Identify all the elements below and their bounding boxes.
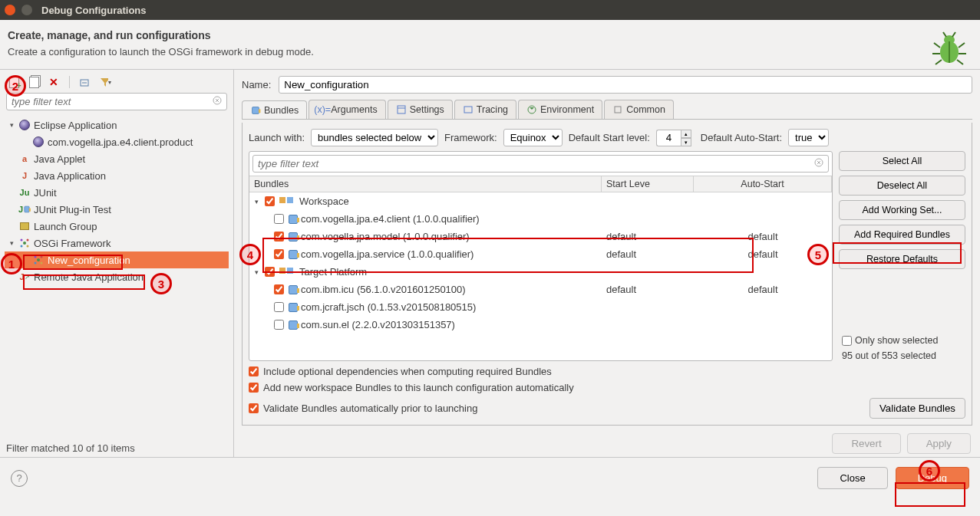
bundle-checkbox[interactable]: [274, 249, 284, 259]
help-button[interactable]: ?: [11, 470, 28, 487]
bundle-label: com.vogella.jpa.model (1.0.0.qualifier): [301, 231, 470, 242]
bundle-checkbox[interactable]: [265, 267, 275, 277]
bundle-row[interactable]: com.vogella.jpa.model (1.0.0.qualifier)d…: [249, 228, 832, 245]
bundle-table[interactable]: Bundles Start Leve Auto-Start ▾Workspace…: [249, 176, 832, 360]
config-detail-pane: Name: Bundles(x)=ArgumentsSettingsTracin…: [234, 70, 980, 457]
start-level-cell[interactable]: default: [602, 231, 694, 242]
tab-environment[interactable]: Environment: [518, 100, 602, 119]
bundle-row[interactable]: com.jcraft.jsch (0.1.53.v201508180515): [249, 298, 832, 316]
debug-button[interactable]: Debug: [896, 467, 969, 489]
expander-icon[interactable]: ▾: [8, 121, 15, 129]
col-bundles[interactable]: Bundles: [249, 176, 602, 192]
apply-button[interactable]: Apply: [907, 433, 971, 454]
bundle-row[interactable]: com.vogella.jpa.e4.client (1.0.0.qualifi…: [249, 210, 832, 228]
tab-icon: [250, 105, 261, 116]
add-new-workspace-check[interactable]: Add new workspace Bundles to this launch…: [249, 382, 965, 393]
revert-button[interactable]: Revert: [832, 433, 900, 454]
tree-item[interactable]: JuJUnit: [5, 184, 229, 201]
bundle-group-row[interactable]: ▾Target Platform: [249, 263, 832, 281]
svg-rect-20: [615, 107, 621, 113]
tree-item-label: Remote Java Application: [34, 271, 144, 283]
tree-item[interactable]: aJava Applet: [5, 150, 229, 167]
spin-up[interactable]: ▴: [681, 130, 691, 138]
tree-item[interactable]: ▾OSGi Framework: [5, 235, 229, 251]
tab-bundles[interactable]: Bundles: [242, 100, 307, 120]
tab-arguments[interactable]: (x)=Arguments: [309, 100, 385, 119]
auto-start-cell[interactable]: default: [694, 284, 832, 295]
config-filter[interactable]: [6, 93, 227, 110]
bundle-row[interactable]: com.vogella.jpa.service (1.0.0.qualifier…: [249, 245, 832, 263]
col-auto-start[interactable]: Auto-Start: [694, 176, 832, 192]
bundle-table-container: Bundles Start Leve Auto-Start ▾Workspace…: [249, 151, 833, 361]
tree-item[interactable]: JJava Application: [5, 167, 229, 184]
auto-start-cell[interactable]: default: [694, 248, 832, 260]
filter-dropdown-button[interactable]: ▾: [99, 76, 111, 88]
bundle-group-row[interactable]: ▾Workspace: [249, 192, 832, 210]
config-tree[interactable]: ▾Eclipse Applicationcom.vogella.jpa.e4.c…: [5, 115, 229, 439]
config-filter-input[interactable]: [6, 93, 227, 110]
bundle-filter-clear-icon[interactable]: [813, 157, 824, 170]
tab-common[interactable]: Common: [604, 100, 674, 119]
tab-icon: (x)=: [317, 104, 328, 115]
col-start-level[interactable]: Start Leve: [602, 176, 694, 192]
only-show-selected-check[interactable]: Only show selected: [839, 335, 965, 346]
framework-select[interactable]: Equinox: [503, 129, 563, 146]
bundle-checkbox[interactable]: [274, 320, 284, 330]
bundle-row[interactable]: com.ibm.icu (56.1.0.v201601250100)defaul…: [249, 281, 832, 298]
select-all-button[interactable]: Select All: [839, 151, 965, 171]
plugin-icon: [289, 215, 298, 224]
duplicate-config-button[interactable]: [28, 76, 40, 88]
tab-label: Tracing: [477, 104, 508, 115]
tab-icon: [526, 104, 537, 115]
restore-defaults-button[interactable]: Restore Defaults: [839, 249, 965, 269]
svg-point-14: [35, 262, 37, 265]
deselect-all-button[interactable]: Deselect All: [839, 176, 965, 196]
bundle-filter-input[interactable]: [252, 155, 829, 173]
default-auto-select[interactable]: true: [788, 129, 829, 146]
window-close-icon[interactable]: [5, 5, 15, 15]
validate-bundles-button[interactable]: Validate Bundles: [869, 398, 965, 419]
start-level-cell[interactable]: default: [602, 284, 694, 295]
tree-item[interactable]: Launch Group: [5, 218, 229, 235]
tree-item-label: com.vogella.jpa.e4.client.product: [48, 136, 193, 148]
delete-config-button[interactable]: ✕: [48, 76, 60, 88]
tab-tracing[interactable]: Tracing: [454, 100, 516, 119]
collapse-all-button[interactable]: [79, 76, 91, 88]
spin-down[interactable]: ▾: [681, 138, 691, 146]
start-level-cell[interactable]: default: [602, 248, 694, 260]
tree-item-label: JUnit Plug-in Test: [34, 204, 111, 215]
expander-icon[interactable]: ▾: [252, 198, 260, 205]
tree-item[interactable]: ▾Eclipse Application: [5, 117, 229, 133]
close-button[interactable]: Close: [817, 467, 887, 489]
bundle-checkbox[interactable]: [274, 284, 284, 294]
bundle-checkbox[interactable]: [265, 196, 275, 206]
bundle-checkbox[interactable]: [274, 214, 284, 224]
tree-item[interactable]: New_configuration: [5, 251, 229, 268]
default-start-spinner[interactable]: ▴▾: [656, 130, 695, 146]
dialog-header: Create, manage, and run configurations C…: [0, 20, 980, 70]
tree-item[interactable]: J↗Remote Java Application: [5, 268, 229, 285]
tree-item-label: Eclipse Application: [34, 120, 117, 131]
new-config-button[interactable]: [8, 76, 20, 88]
tree-item[interactable]: JJUnit Plug-in Test: [5, 201, 229, 218]
bundle-checkbox[interactable]: [274, 232, 284, 242]
include-optional-check[interactable]: Include optional dependencies when compu…: [249, 366, 965, 377]
clear-filter-icon[interactable]: [212, 95, 224, 107]
expander-icon[interactable]: ▾: [252, 268, 260, 276]
config-toolbar: ✕ ▾: [5, 74, 229, 93]
launch-with-select[interactable]: bundles selected below: [311, 129, 438, 146]
bundle-checkbox[interactable]: [274, 302, 284, 312]
add-required-bundles-button[interactable]: Add Required Bundles: [839, 225, 965, 245]
expander-icon[interactable]: ▾: [8, 239, 15, 247]
tab-settings[interactable]: Settings: [388, 100, 453, 119]
tree-item[interactable]: com.vogella.jpa.e4.client.product: [5, 133, 229, 150]
add-working-set-button[interactable]: Add Working Set...: [839, 200, 965, 220]
filter-status: Filter matched 10 of 10 items: [5, 439, 229, 454]
bundle-row[interactable]: com.sun.el (2.2.0.v201303151357): [249, 316, 832, 334]
config-name-input[interactable]: [279, 76, 972, 94]
svg-point-6: [23, 242, 26, 245]
window-minimize-icon[interactable]: [21, 5, 32, 15]
validate-auto-check[interactable]: Validate Bundles automatically prior to …: [249, 403, 477, 414]
bundle-label: Target Platform: [299, 266, 367, 278]
auto-start-cell[interactable]: default: [694, 231, 832, 242]
